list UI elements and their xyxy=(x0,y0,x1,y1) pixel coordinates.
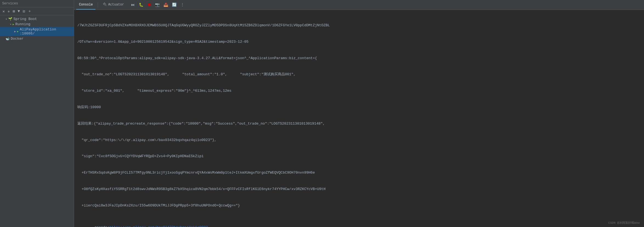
filter-icon[interactable]: ▼ xyxy=(17,8,21,14)
console-output[interactable]: /7WJtZGZSFDUFRjCpSBdVZXeMOXBXRXOJEMWBSSU… xyxy=(74,10,644,227)
qrcode-prefix: qrcode: xyxy=(94,225,109,227)
console-line-5: 响应码:10000 xyxy=(77,105,641,110)
tab-actuator[interactable]: 🔌 Actuator xyxy=(100,0,127,10)
chevron-alipay: ▶ xyxy=(14,30,16,33)
remove-icon[interactable]: ✕ xyxy=(2,8,5,14)
refresh-btn[interactable]: 🔄 xyxy=(171,2,178,8)
sidebar-title: Services xyxy=(2,2,18,5)
sidebar-item-alipay-label: AliPayApplication :10086/ xyxy=(20,27,72,36)
tab-separator xyxy=(98,2,98,7)
sidebar-item-running[interactable]: ▾ ▶ Running xyxy=(0,22,74,27)
sidebar-item-spring-boot-label: Spring Boot xyxy=(13,17,37,21)
sidebar-tree: ▾ 🌱 Spring Boot ▾ ▶ Running ▶ ▶ AliPayAp… xyxy=(0,15,74,227)
sidebar-header: Services xyxy=(0,0,74,7)
sidebar-item-alipay-app[interactable]: ▶ ▶ AliPayApplication :10086/ xyxy=(0,27,74,36)
alipay-run-icon: ▶ xyxy=(17,30,19,33)
group-icon[interactable]: ⊞ xyxy=(12,8,16,14)
console-line-9: +ErTHSRxSqdsKgW8P9jFCLI57TMfgy9NL3ricjYj… xyxy=(77,170,641,176)
expand-icon[interactable]: ⊡ xyxy=(22,8,26,14)
qrcode-link[interactable]: https://qr.alipay.com/bax03432bqxhqaz4qi… xyxy=(109,225,208,227)
console-line-0: /7WJtZGZSFDUFRjCpSBdVZXeMOXBXRXOJEMWBSSU… xyxy=(77,23,641,28)
chevron-running: ▾ xyxy=(10,23,12,26)
more-btn[interactable]: ⋮ xyxy=(179,2,185,8)
chevron-spring-boot: ▾ xyxy=(5,18,7,21)
sidebar-item-running-label: Running xyxy=(15,22,30,26)
docker-icon: 🐋 xyxy=(5,37,10,41)
console-line-3: "out_trade_no":"LOGTS202311301013019148"… xyxy=(77,72,641,77)
console-line-6: 返回结果:{"alipay_trade_precreate_response":… xyxy=(77,121,641,127)
sidebar-item-docker-label: Docker xyxy=(11,37,24,41)
upload-btn[interactable]: 📤 xyxy=(162,2,169,8)
content-toolbar: Console 🔌 Actuator ⏭ 🐛 ⏹ 📷 📤 🔄 ⋮ xyxy=(74,0,644,10)
run-icon: ▶ xyxy=(13,23,14,26)
add-icon[interactable]: ＋ xyxy=(27,8,32,14)
camera-btn[interactable]: 📷 xyxy=(154,2,161,8)
console-line-1: /OTsYw==&version=1.0&app_id=902100012561… xyxy=(77,39,641,45)
console-line-8: "sign":"Cvc8fSOGjvU+CQYYDVqWFYRQpD+Zvs4+… xyxy=(77,154,641,159)
sidebar-toolbar: ✕ ✳ ⊞ ▼ ⊡ ＋ xyxy=(0,7,74,15)
console-line-2: 08:59:30^_^ProtocalOptParams:alipay_sdk=… xyxy=(77,56,641,61)
console-line-10: +O8fQZsKyHXasfiY5SRRgT1t2d8swvJdNWsR9SB3… xyxy=(77,186,641,192)
spring-icon: 🌱 xyxy=(8,17,12,21)
main-content: Console 🔌 Actuator ⏭ 🐛 ⏹ 📷 📤 🔄 ⋮ /7WJtZG… xyxy=(74,0,644,227)
tab-actuator-label: Actuator xyxy=(108,3,124,7)
sidebar: Services ✕ ✳ ⊞ ▼ ⊡ ＋ ▾ 🌱 Spring Boot ▾ ▶… xyxy=(0,0,74,227)
tab-console[interactable]: Console xyxy=(76,0,95,10)
skip-to-end-btn[interactable]: ⏭ xyxy=(130,2,136,8)
console-line-7: "qr_code":"https:\/\/qr.alipay.com\/bax0… xyxy=(77,137,641,143)
sidebar-item-docker[interactable]: 🐋 Docker xyxy=(0,36,74,41)
watermark: CSDN @冰阔落好喝Wow xyxy=(608,221,640,225)
debug-btn[interactable]: 🐛 xyxy=(138,2,145,8)
console-line-11: +iiercQai8w3JFaJIpDnKs2Xzu/I55w6O9DUkTMi… xyxy=(77,203,641,209)
console-line-4: "store_id":"xa_001", "timeout_express":"… xyxy=(77,88,641,94)
console-line-qrcode: qrcode:https://qr.alipay.com/bax03432bqx… xyxy=(77,219,641,227)
sidebar-item-spring-boot[interactable]: ▾ 🌱 Spring Boot xyxy=(0,16,74,22)
unpin-icon[interactable]: ✳ xyxy=(7,8,10,14)
actuator-icon: 🔌 xyxy=(103,2,107,7)
tab-console-label: Console xyxy=(79,3,93,7)
main-layout: Services ✕ ✳ ⊞ ▼ ⊡ ＋ ▾ 🌱 Spring Boot ▾ ▶… xyxy=(0,0,644,227)
stop-btn[interactable]: ⏹ xyxy=(146,2,152,8)
